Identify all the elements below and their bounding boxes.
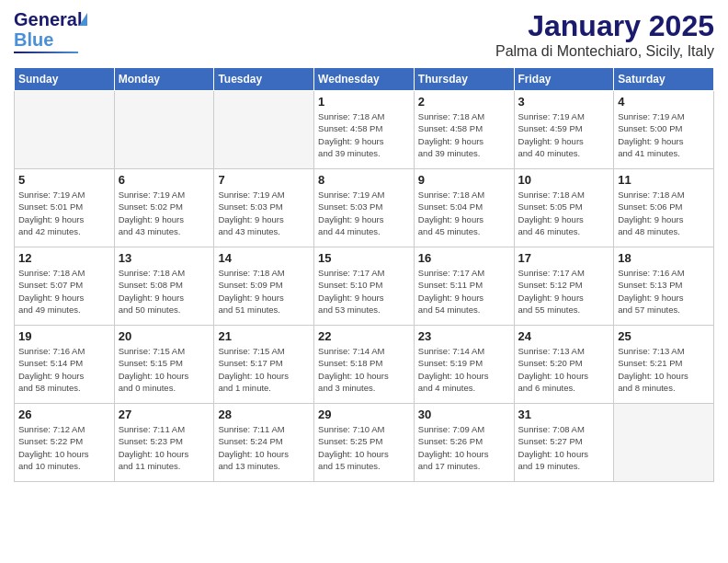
day-number: 7 [218, 173, 310, 187]
day-number: 12 [18, 251, 110, 265]
table-row [114, 91, 214, 169]
day-info: Sunrise: 7:19 AM Sunset: 5:03 PM Dayligh… [318, 189, 410, 237]
table-row: 1Sunrise: 7:18 AM Sunset: 4:58 PM Daylig… [314, 91, 415, 169]
table-row [614, 404, 714, 482]
table-row: 17Sunrise: 7:17 AM Sunset: 5:12 PM Dayli… [514, 247, 614, 326]
table-row: 29Sunrise: 7:10 AM Sunset: 5:25 PM Dayli… [314, 404, 415, 482]
table-row: 10Sunrise: 7:18 AM Sunset: 5:05 PM Dayli… [514, 169, 614, 247]
day-number: 10 [518, 173, 610, 187]
day-info: Sunrise: 7:14 AM Sunset: 5:19 PM Dayligh… [418, 345, 510, 394]
day-number: 9 [418, 173, 510, 187]
day-number: 24 [518, 329, 610, 343]
day-info: Sunrise: 7:10 AM Sunset: 5:25 PM Dayligh… [318, 423, 410, 472]
table-row: 22Sunrise: 7:14 AM Sunset: 5:18 PM Dayli… [314, 326, 415, 404]
day-info: Sunrise: 7:18 AM Sunset: 5:05 PM Dayligh… [518, 189, 610, 237]
logo-text-area: General Blue [14, 9, 87, 53]
header-wednesday: Wednesday [314, 68, 415, 91]
table-row: 19Sunrise: 7:16 AM Sunset: 5:14 PM Dayli… [15, 326, 115, 404]
header-sunday: Sunday [15, 68, 115, 91]
table-row: 15Sunrise: 7:17 AM Sunset: 5:10 PM Dayli… [314, 247, 415, 326]
day-number: 8 [318, 173, 410, 187]
table-row: 24Sunrise: 7:13 AM Sunset: 5:20 PM Dayli… [514, 326, 614, 404]
day-number: 30 [418, 408, 510, 421]
day-info: Sunrise: 7:18 AM Sunset: 5:09 PM Dayligh… [218, 267, 310, 316]
day-info: Sunrise: 7:16 AM Sunset: 5:14 PM Dayligh… [18, 345, 110, 394]
weekday-header-row: Sunday Monday Tuesday Wednesday Thursday… [15, 68, 714, 91]
day-number: 28 [218, 408, 310, 421]
table-row: 2Sunrise: 7:18 AM Sunset: 4:58 PM Daylig… [414, 91, 514, 169]
table-row [15, 91, 115, 169]
day-info: Sunrise: 7:17 AM Sunset: 5:11 PM Dayligh… [418, 267, 510, 316]
day-number: 23 [418, 329, 510, 343]
logo: General Blue [14, 9, 87, 53]
day-number: 5 [18, 173, 110, 187]
day-info: Sunrise: 7:19 AM Sunset: 5:01 PM Dayligh… [18, 189, 110, 237]
table-row: 20Sunrise: 7:15 AM Sunset: 5:15 PM Dayli… [114, 326, 214, 404]
table-row: 13Sunrise: 7:18 AM Sunset: 5:08 PM Dayli… [114, 247, 214, 326]
day-info: Sunrise: 7:12 AM Sunset: 5:22 PM Dayligh… [18, 423, 110, 472]
header-tuesday: Tuesday [214, 68, 314, 91]
table-row: 31Sunrise: 7:08 AM Sunset: 5:27 PM Dayli… [514, 404, 614, 482]
table-row: 3Sunrise: 7:19 AM Sunset: 4:59 PM Daylig… [514, 91, 614, 169]
day-number: 16 [418, 251, 510, 265]
day-number: 22 [318, 329, 410, 343]
calendar-subtitle: Palma di Montechiaro, Sicily, Italy [495, 43, 714, 60]
table-row: 18Sunrise: 7:16 AM Sunset: 5:13 PM Dayli… [614, 247, 714, 326]
table-row: 8Sunrise: 7:19 AM Sunset: 5:03 PM Daylig… [314, 169, 415, 247]
table-row: 4Sunrise: 7:19 AM Sunset: 5:00 PM Daylig… [614, 91, 714, 169]
calendar-table: Sunday Monday Tuesday Wednesday Thursday… [14, 67, 714, 482]
header: General Blue January 2025 Palma di Monte… [14, 9, 714, 60]
day-number: 29 [318, 408, 410, 421]
day-info: Sunrise: 7:11 AM Sunset: 5:23 PM Dayligh… [119, 423, 210, 472]
day-info: Sunrise: 7:15 AM Sunset: 5:17 PM Dayligh… [218, 345, 310, 394]
day-number: 11 [618, 173, 710, 187]
day-info: Sunrise: 7:14 AM Sunset: 5:18 PM Dayligh… [318, 345, 410, 394]
day-number: 6 [119, 173, 210, 187]
week-row-2: 5Sunrise: 7:19 AM Sunset: 5:01 PM Daylig… [15, 169, 714, 247]
day-info: Sunrise: 7:19 AM Sunset: 5:03 PM Dayligh… [218, 189, 310, 237]
table-row: 27Sunrise: 7:11 AM Sunset: 5:23 PM Dayli… [114, 404, 214, 482]
day-number: 25 [618, 329, 710, 343]
day-info: Sunrise: 7:16 AM Sunset: 5:13 PM Dayligh… [618, 267, 710, 316]
day-number: 19 [18, 329, 110, 343]
table-row: 9Sunrise: 7:18 AM Sunset: 5:04 PM Daylig… [414, 169, 514, 247]
day-number: 31 [518, 408, 610, 421]
day-info: Sunrise: 7:18 AM Sunset: 5:08 PM Dayligh… [119, 267, 210, 316]
day-info: Sunrise: 7:19 AM Sunset: 5:02 PM Dayligh… [119, 189, 210, 237]
logo-blue: Blue [14, 29, 53, 50]
table-row: 26Sunrise: 7:12 AM Sunset: 5:22 PM Dayli… [15, 404, 115, 482]
day-info: Sunrise: 7:17 AM Sunset: 5:10 PM Dayligh… [318, 267, 410, 316]
day-info: Sunrise: 7:11 AM Sunset: 5:24 PM Dayligh… [218, 423, 310, 472]
day-number: 21 [218, 329, 310, 343]
day-info: Sunrise: 7:19 AM Sunset: 4:59 PM Dayligh… [518, 110, 610, 159]
table-row: 16Sunrise: 7:17 AM Sunset: 5:11 PM Dayli… [414, 247, 514, 326]
week-row-1: 1Sunrise: 7:18 AM Sunset: 4:58 PM Daylig… [15, 91, 714, 169]
day-number: 15 [318, 251, 410, 265]
table-row: 21Sunrise: 7:15 AM Sunset: 5:17 PM Dayli… [214, 326, 314, 404]
week-row-3: 12Sunrise: 7:18 AM Sunset: 5:07 PM Dayli… [15, 247, 714, 326]
table-row: 23Sunrise: 7:14 AM Sunset: 5:19 PM Dayli… [414, 326, 514, 404]
day-info: Sunrise: 7:18 AM Sunset: 5:06 PM Dayligh… [618, 189, 710, 237]
table-row [214, 91, 314, 169]
header-saturday: Saturday [614, 68, 714, 91]
table-row: 6Sunrise: 7:19 AM Sunset: 5:02 PM Daylig… [114, 169, 214, 247]
table-row: 14Sunrise: 7:18 AM Sunset: 5:09 PM Dayli… [214, 247, 314, 326]
week-row-5: 26Sunrise: 7:12 AM Sunset: 5:22 PM Dayli… [15, 404, 714, 482]
day-number: 14 [218, 251, 310, 265]
table-row: 25Sunrise: 7:13 AM Sunset: 5:21 PM Dayli… [614, 326, 714, 404]
day-info: Sunrise: 7:08 AM Sunset: 5:27 PM Dayligh… [518, 423, 610, 472]
day-info: Sunrise: 7:19 AM Sunset: 5:00 PM Dayligh… [618, 110, 710, 159]
day-info: Sunrise: 7:18 AM Sunset: 5:07 PM Dayligh… [18, 267, 110, 316]
table-row: 11Sunrise: 7:18 AM Sunset: 5:06 PM Dayli… [614, 169, 714, 247]
day-info: Sunrise: 7:18 AM Sunset: 5:04 PM Dayligh… [418, 189, 510, 237]
day-number: 17 [518, 251, 610, 265]
day-number: 13 [119, 251, 210, 265]
day-number: 4 [618, 95, 710, 109]
day-info: Sunrise: 7:13 AM Sunset: 5:21 PM Dayligh… [618, 345, 710, 394]
title-block: January 2025 Palma di Montechiaro, Sicil… [495, 9, 714, 60]
day-info: Sunrise: 7:18 AM Sunset: 4:58 PM Dayligh… [418, 110, 510, 159]
day-info: Sunrise: 7:13 AM Sunset: 5:20 PM Dayligh… [518, 345, 610, 394]
header-monday: Monday [114, 68, 214, 91]
logo-divider [14, 52, 78, 53]
calendar-title: January 2025 [495, 9, 714, 43]
